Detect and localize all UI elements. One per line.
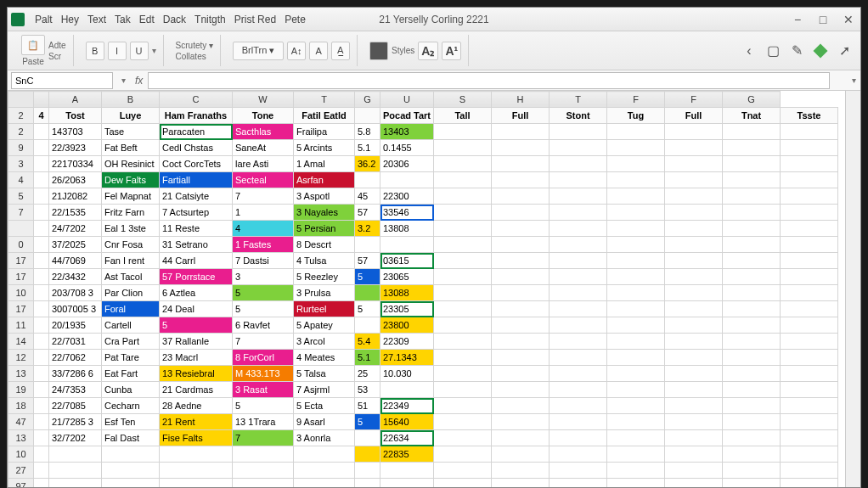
cell[interactable] bbox=[550, 285, 607, 301]
cell[interactable] bbox=[160, 463, 233, 479]
header-cell[interactable]: Full bbox=[665, 108, 723, 124]
cell[interactable] bbox=[434, 269, 492, 285]
cell[interactable] bbox=[607, 446, 665, 463]
cell[interactable] bbox=[49, 446, 102, 463]
cell[interactable] bbox=[723, 285, 781, 301]
cell[interactable] bbox=[34, 350, 49, 366]
cell[interactable] bbox=[607, 188, 665, 205]
cell[interactable] bbox=[723, 317, 781, 334]
menu-dack[interactable]: Dack bbox=[163, 14, 186, 25]
cell[interactable] bbox=[380, 172, 434, 188]
cell[interactable]: Fat Beft bbox=[102, 140, 160, 156]
cell[interactable]: 23800 bbox=[380, 317, 434, 334]
cell[interactable]: Cartell bbox=[102, 317, 160, 334]
cell[interactable] bbox=[781, 350, 838, 366]
cell[interactable] bbox=[34, 366, 49, 382]
cell[interactable] bbox=[102, 446, 160, 463]
cell[interactable]: 22/7031 bbox=[49, 334, 102, 350]
cell[interactable] bbox=[550, 221, 607, 237]
cell[interactable]: 5 bbox=[233, 301, 294, 317]
cell[interactable]: lare Asti bbox=[233, 156, 294, 172]
cell[interactable] bbox=[550, 172, 607, 188]
cell[interactable]: OH Resinict bbox=[102, 156, 160, 172]
cell[interactable]: Sacthlas bbox=[233, 124, 294, 140]
cell[interactable] bbox=[723, 463, 781, 479]
cell[interactable]: 6 Ravfet bbox=[233, 317, 294, 334]
header-cell[interactable]: Luye bbox=[102, 108, 160, 124]
cell[interactable] bbox=[34, 414, 49, 430]
cell[interactable] bbox=[492, 172, 550, 188]
cell[interactable] bbox=[550, 398, 607, 414]
cell[interactable] bbox=[34, 479, 49, 488]
cell[interactable]: 3 Nayales bbox=[294, 205, 355, 221]
cell[interactable]: 57 bbox=[355, 253, 380, 269]
grid-scroll[interactable]: ABCWTGUSHTFFG24TostLuyeHam FranathsToneF… bbox=[8, 91, 845, 487]
header-cell[interactable]: Tnat bbox=[723, 108, 781, 124]
cell[interactable] bbox=[665, 285, 723, 301]
cell[interactable] bbox=[607, 172, 665, 188]
cell[interactable] bbox=[723, 156, 781, 172]
row-header[interactable]: 10 bbox=[8, 446, 34, 463]
cell[interactable] bbox=[723, 430, 781, 446]
cell[interactable] bbox=[294, 446, 355, 463]
cell[interactable] bbox=[550, 140, 607, 156]
cell[interactable] bbox=[723, 253, 781, 269]
cell[interactable] bbox=[607, 269, 665, 285]
cell[interactable]: 5.8 bbox=[355, 124, 380, 140]
cell[interactable] bbox=[781, 253, 838, 269]
cell[interactable] bbox=[49, 463, 102, 479]
cell[interactable]: 27.1343 bbox=[380, 350, 434, 366]
cell[interactable]: 20/1935 bbox=[49, 317, 102, 334]
name-box-dropdown-icon[interactable]: ▾ bbox=[116, 76, 130, 85]
cell[interactable]: 3 Prulsa bbox=[294, 285, 355, 301]
cell[interactable] bbox=[550, 366, 607, 382]
row-header[interactable] bbox=[8, 221, 34, 237]
cell[interactable] bbox=[781, 463, 838, 479]
cell[interactable] bbox=[434, 446, 492, 463]
cell[interactable] bbox=[492, 124, 550, 140]
cell[interactable]: 1 bbox=[233, 205, 294, 221]
cell[interactable]: Cecharn bbox=[102, 398, 160, 414]
cell[interactable] bbox=[492, 317, 550, 334]
cell[interactable] bbox=[781, 430, 838, 446]
cell[interactable] bbox=[492, 253, 550, 269]
cell[interactable] bbox=[550, 301, 607, 317]
arrow-icon[interactable]: ➚ bbox=[835, 42, 854, 60]
cell[interactable] bbox=[781, 446, 838, 463]
cell[interactable]: 51 bbox=[355, 398, 380, 414]
cell[interactable] bbox=[665, 317, 723, 334]
cell[interactable] bbox=[492, 269, 550, 285]
cell[interactable]: 21 Cardmas bbox=[160, 382, 233, 398]
cell[interactable]: 4 bbox=[34, 108, 49, 124]
cell[interactable] bbox=[434, 430, 492, 446]
cell[interactable]: 13 1Trara bbox=[233, 414, 294, 430]
box-icon[interactable]: ▢ bbox=[764, 42, 782, 60]
cell[interactable] bbox=[781, 221, 838, 237]
cell[interactable]: 25 bbox=[355, 366, 380, 382]
cell[interactable]: 203/708 3 bbox=[49, 285, 102, 301]
cell[interactable]: 6 Aztlea bbox=[160, 285, 233, 301]
header-cell[interactable]: Tug bbox=[607, 108, 665, 124]
cell[interactable] bbox=[492, 350, 550, 366]
cell[interactable]: 5 bbox=[355, 301, 380, 317]
cell[interactable]: 3 bbox=[233, 269, 294, 285]
cell[interactable] bbox=[723, 366, 781, 382]
cell[interactable] bbox=[723, 398, 781, 414]
cell[interactable]: Rurteel bbox=[294, 301, 355, 317]
cell[interactable] bbox=[492, 334, 550, 350]
cell[interactable] bbox=[665, 188, 723, 205]
cell[interactable] bbox=[434, 479, 492, 488]
cell[interactable]: 5 bbox=[355, 414, 380, 430]
cell[interactable] bbox=[34, 382, 49, 398]
cell[interactable] bbox=[723, 382, 781, 398]
cell[interactable]: Fritz Farn bbox=[102, 205, 160, 221]
cell[interactable] bbox=[665, 414, 723, 430]
cell[interactable] bbox=[665, 366, 723, 382]
cell[interactable] bbox=[665, 124, 723, 140]
cell[interactable] bbox=[607, 253, 665, 269]
style-a1[interactable]: A₂ bbox=[418, 42, 438, 60]
cell[interactable] bbox=[665, 398, 723, 414]
cell[interactable] bbox=[723, 414, 781, 430]
cell[interactable] bbox=[160, 446, 233, 463]
cell[interactable] bbox=[294, 479, 355, 488]
